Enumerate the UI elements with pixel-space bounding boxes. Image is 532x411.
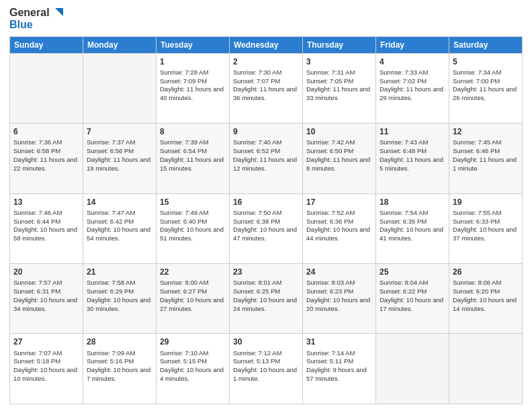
- day-number: 9: [233, 126, 299, 137]
- daylight-text: Daylight: 9 hours and 57 minutes.: [306, 366, 367, 382]
- logo-general-text: General: [9, 7, 50, 19]
- sunrise-text: Sunrise: 7:45 AM: [453, 138, 501, 146]
- day-header-thursday: Thursday: [303, 36, 376, 53]
- day-number: 11: [380, 126, 445, 137]
- calendar-cell: 29Sunrise: 7:10 AMSunset: 5:15 PMDayligh…: [157, 334, 230, 404]
- calendar-cell: 6Sunrise: 7:36 AMSunset: 6:58 PMDaylight…: [10, 124, 83, 193]
- daylight-text: Daylight: 11 hours and 12 minutes.: [233, 156, 297, 172]
- sunrise-text: Sunrise: 8:00 AM: [160, 279, 208, 286]
- calendar-cell: 24Sunrise: 8:03 AMSunset: 6:23 PMDayligh…: [303, 264, 376, 334]
- day-number: 14: [87, 197, 152, 208]
- sunrise-text: Sunrise: 7:28 AM: [160, 68, 208, 76]
- sunset-text: Sunset: 5:11 PM: [306, 357, 353, 365]
- day-number: 25: [380, 267, 445, 277]
- daylight-text: Daylight: 10 hours and 1 minute.: [233, 366, 297, 382]
- daylight-text: Daylight: 10 hours and 51 minutes.: [160, 226, 224, 242]
- calendar-table: SundayMondayTuesdayWednesdayThursdayFrid…: [9, 36, 523, 404]
- sunrise-text: Sunrise: 7:09 AM: [87, 349, 135, 357]
- sunset-text: Sunset: 6:48 PM: [380, 147, 427, 154]
- calendar-cell: 31Sunrise: 7:14 AMSunset: 5:11 PMDayligh…: [303, 334, 376, 404]
- sunset-text: Sunset: 7:05 PM: [306, 77, 353, 85]
- daylight-text: Daylight: 10 hours and 10 minutes.: [13, 366, 77, 382]
- calendar-week-row: 6Sunrise: 7:36 AMSunset: 6:58 PMDaylight…: [10, 124, 523, 193]
- sunset-text: Sunset: 6:44 PM: [13, 218, 60, 225]
- sunrise-text: Sunrise: 7:36 AM: [13, 138, 62, 146]
- sunset-text: Sunset: 6:33 PM: [453, 218, 500, 225]
- calendar-cell: 10Sunrise: 7:42 AMSunset: 6:50 PMDayligh…: [303, 124, 376, 193]
- sunrise-text: Sunrise: 7:42 AM: [306, 138, 355, 146]
- daylight-text: Daylight: 11 hours and 29 minutes.: [380, 85, 443, 101]
- day-number: 1: [160, 56, 226, 67]
- calendar-cell: 5Sunrise: 7:34 AMSunset: 7:00 PMDaylight…: [449, 53, 523, 123]
- daylight-text: Daylight: 11 hours and 15 minutes.: [160, 156, 224, 172]
- calendar-week-row: 13Sunrise: 7:46 AMSunset: 6:44 PMDayligh…: [10, 193, 523, 263]
- daylight-text: Daylight: 10 hours and 34 minutes.: [13, 296, 77, 312]
- day-number: 5: [453, 56, 519, 67]
- sunrise-text: Sunrise: 7:55 AM: [453, 209, 501, 216]
- sunrise-text: Sunrise: 8:03 AM: [306, 279, 355, 286]
- daylight-text: Daylight: 11 hours and 22 minutes.: [13, 156, 77, 172]
- sunrise-text: Sunrise: 7:39 AM: [160, 138, 208, 146]
- sunset-text: Sunset: 6:20 PM: [453, 287, 500, 295]
- sunrise-text: Sunrise: 7:49 AM: [160, 209, 208, 216]
- sunset-text: Sunset: 5:16 PM: [87, 357, 134, 365]
- sunset-text: Sunset: 6:36 PM: [306, 218, 353, 225]
- sunset-text: Sunset: 7:07 PM: [233, 77, 280, 85]
- sunrise-text: Sunrise: 7:40 AM: [233, 138, 281, 146]
- sunrise-text: Sunrise: 7:52 AM: [306, 209, 355, 216]
- sunrise-text: Sunrise: 7:37 AM: [87, 138, 135, 146]
- sunset-text: Sunset: 6:23 PM: [306, 287, 353, 295]
- sunset-text: Sunset: 6:56 PM: [87, 147, 134, 154]
- sunset-text: Sunset: 5:15 PM: [160, 357, 207, 365]
- day-number: 27: [13, 336, 79, 347]
- sunrise-text: Sunrise: 7:50 AM: [233, 209, 281, 216]
- header: General Blue: [9, 7, 523, 31]
- calendar-cell: 12Sunrise: 7:45 AMSunset: 6:46 PMDayligh…: [449, 124, 523, 193]
- calendar-cell: 19Sunrise: 7:55 AMSunset: 6:33 PMDayligh…: [449, 193, 523, 263]
- day-header-tuesday: Tuesday: [157, 36, 230, 53]
- day-number: 24: [306, 267, 372, 277]
- daylight-text: Daylight: 10 hours and 58 minutes.: [13, 226, 77, 242]
- daylight-text: Daylight: 11 hours and 19 minutes.: [87, 156, 150, 172]
- sunrise-text: Sunrise: 7:46 AM: [13, 209, 62, 216]
- calendar-cell: 2Sunrise: 7:30 AMSunset: 7:07 PMDaylight…: [230, 53, 303, 123]
- daylight-text: Daylight: 11 hours and 1 minute.: [453, 156, 517, 172]
- day-number: 3: [306, 56, 372, 67]
- daylight-text: Daylight: 11 hours and 40 minutes.: [160, 85, 224, 101]
- sunrise-text: Sunrise: 7:34 AM: [453, 68, 501, 76]
- sunset-text: Sunset: 6:52 PM: [233, 147, 280, 154]
- calendar-cell: 8Sunrise: 7:39 AMSunset: 6:54 PMDaylight…: [157, 124, 230, 193]
- sunrise-text: Sunrise: 7:10 AM: [160, 349, 208, 357]
- daylight-text: Daylight: 11 hours and 26 minutes.: [453, 85, 517, 101]
- daylight-text: Daylight: 10 hours and 47 minutes.: [233, 226, 297, 242]
- day-number: 15: [160, 197, 226, 208]
- sunset-text: Sunset: 5:13 PM: [233, 357, 280, 365]
- sunset-text: Sunset: 6:42 PM: [87, 218, 134, 225]
- daylight-text: Daylight: 10 hours and 44 minutes.: [306, 226, 370, 242]
- day-number: 21: [87, 267, 152, 277]
- day-header-friday: Friday: [376, 36, 449, 53]
- sunrise-text: Sunrise: 7:14 AM: [306, 349, 355, 357]
- sunset-text: Sunset: 6:46 PM: [453, 147, 500, 154]
- day-number: 8: [160, 126, 226, 137]
- day-number: 22: [160, 267, 226, 277]
- daylight-text: Daylight: 10 hours and 37 minutes.: [453, 226, 517, 242]
- sunrise-text: Sunrise: 7:57 AM: [13, 279, 62, 286]
- calendar-cell: 1Sunrise: 7:28 AMSunset: 7:09 PMDaylight…: [157, 53, 230, 123]
- calendar-week-row: 1Sunrise: 7:28 AMSunset: 7:09 PMDaylight…: [10, 53, 523, 123]
- day-number: 23: [233, 267, 299, 277]
- sunrise-text: Sunrise: 7:54 AM: [380, 209, 428, 216]
- daylight-text: Daylight: 10 hours and 7 minutes.: [87, 366, 150, 382]
- sunrise-text: Sunrise: 7:33 AM: [380, 68, 428, 76]
- daylight-text: Daylight: 11 hours and 8 minutes.: [306, 156, 370, 172]
- calendar-cell: 27Sunrise: 7:07 AMSunset: 5:18 PMDayligh…: [10, 334, 83, 404]
- daylight-text: Daylight: 10 hours and 14 minutes.: [453, 296, 517, 312]
- day-number: 19: [453, 197, 519, 208]
- sunset-text: Sunset: 6:40 PM: [160, 218, 207, 225]
- sunset-text: Sunset: 6:50 PM: [306, 147, 353, 154]
- sunrise-text: Sunrise: 7:43 AM: [380, 138, 428, 146]
- sunset-text: Sunset: 7:00 PM: [453, 77, 500, 85]
- day-number: 17: [306, 197, 372, 208]
- day-number: 18: [380, 197, 445, 208]
- day-number: 12: [453, 126, 519, 137]
